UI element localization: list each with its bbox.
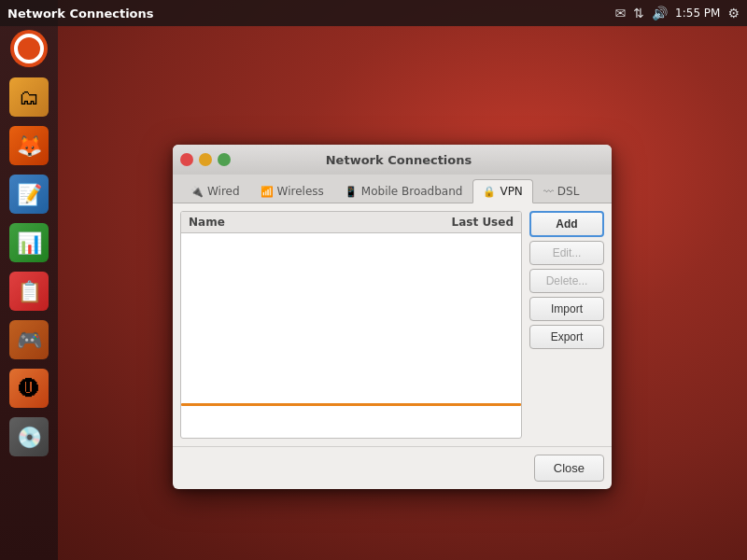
close-window-button[interactable] (180, 153, 193, 166)
settings-icon: ⚙ (727, 6, 740, 21)
network-icon: ⇅ (633, 6, 644, 21)
tab-wired[interactable]: Wired (180, 179, 250, 203)
tab-bar: Wired Wireless Mobile Broadband VPN DSL (173, 175, 612, 203)
export-button[interactable]: Export (529, 325, 604, 349)
add-button[interactable]: Add (529, 211, 604, 237)
wired-tab-icon (190, 185, 204, 198)
dialog-content: Name Last Used Add Edit... Delete... Imp… (173, 203, 612, 446)
edit-button[interactable]: Edit... (529, 241, 604, 265)
tab-vpn-label: VPN (500, 185, 522, 198)
sidebar-item-writer[interactable]: 📝 (7, 172, 51, 217)
games-icon: 🎮 (9, 320, 49, 359)
firefox-icon: 🦊 (9, 126, 49, 165)
sidebar-item-ubuntu-software[interactable]: 🅤 (7, 366, 51, 411)
column-name: Name (189, 216, 439, 229)
tab-mobile[interactable]: Mobile Broadband (334, 179, 473, 203)
taskbar-title: Network Connections (7, 7, 154, 21)
wireless-tab-icon (261, 185, 274, 198)
sidebar-item-games[interactable]: 🎮 (7, 317, 51, 362)
tab-wired-label: Wired (207, 185, 240, 198)
list-header: Name Last Used (181, 212, 521, 233)
network-connections-dialog: Network Connections Wired Wireless Mobil… (173, 145, 612, 489)
calc-icon: 📊 (9, 223, 49, 262)
clock: 1:55 PM (675, 7, 720, 20)
dvd-icon: 💿 (9, 417, 49, 456)
writer-icon: 📝 (9, 175, 49, 214)
list-body (181, 233, 521, 406)
tab-mobile-label: Mobile Broadband (361, 185, 463, 198)
ubuntu-software-icon: 🅤 (9, 369, 49, 408)
sidebar-item-impress[interactable]: 📋 (7, 269, 51, 314)
sidebar-item-ubuntu[interactable] (7, 26, 51, 71)
sidebar: 🗂 🦊 📝 📊 📋 🎮 🅤 💿 (0, 0, 58, 560)
tab-wireless[interactable]: Wireless (250, 179, 334, 203)
dialog-title: Network Connections (193, 153, 604, 167)
import-button[interactable]: Import (529, 297, 604, 321)
action-buttons: Add Edit... Delete... Import Export (529, 211, 604, 439)
sidebar-item-dvd[interactable]: 💿 (7, 414, 51, 459)
tab-dsl-label: DSL (557, 185, 580, 198)
vpn-tab-icon (483, 185, 496, 198)
volume-icon: 🔊 (652, 6, 668, 21)
taskbar-right: ✉ ⇅ 🔊 1:55 PM ⚙ (615, 6, 740, 21)
mail-icon: ✉ (615, 6, 627, 21)
sidebar-item-files[interactable]: 🗂 (7, 75, 51, 119)
sidebar-item-firefox[interactable]: 🦊 (7, 123, 51, 168)
close-button[interactable]: Close (534, 455, 604, 482)
files-icon: 🗂 (9, 77, 49, 117)
tab-dsl[interactable]: DSL (533, 179, 590, 203)
desktop: Network Connections ✉ ⇅ 🔊 1:55 PM ⚙ 🗂 🦊 … (0, 0, 747, 560)
connection-list: Name Last Used (180, 211, 522, 439)
dialog-titlebar: Network Connections (173, 145, 612, 175)
dialog-footer: Close (173, 446, 612, 489)
delete-button[interactable]: Delete... (529, 269, 604, 293)
tab-vpn[interactable]: VPN (472, 179, 532, 203)
ubuntu-logo (10, 30, 48, 67)
dsl-tab-icon (543, 185, 554, 198)
tab-wireless-label: Wireless (277, 185, 324, 198)
taskbar: Network Connections ✉ ⇅ 🔊 1:55 PM ⚙ (0, 0, 747, 26)
progress-indicator (181, 403, 521, 406)
mobile-tab-icon (345, 185, 358, 198)
column-last-used: Last Used (439, 216, 514, 229)
sidebar-item-calc[interactable]: 📊 (7, 220, 51, 265)
impress-icon: 📋 (9, 272, 49, 311)
